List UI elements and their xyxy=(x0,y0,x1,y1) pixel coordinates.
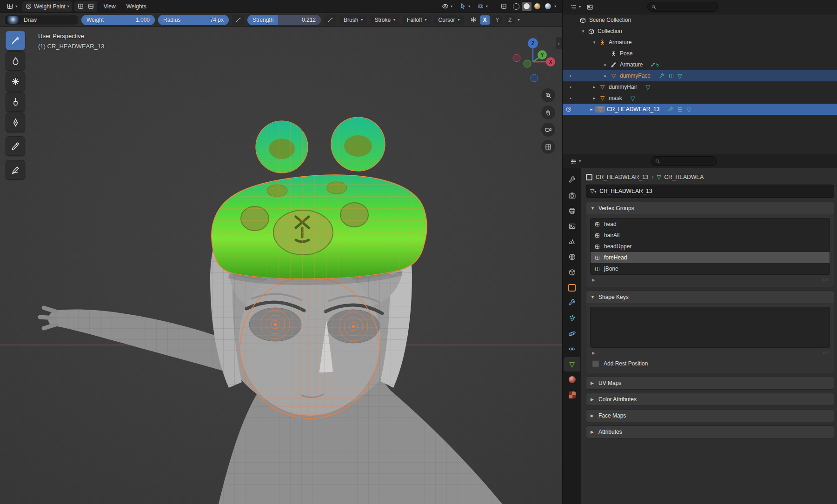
face-maps-header[interactable]: ▶ Face Maps xyxy=(586,410,834,422)
tab-modifiers[interactable] xyxy=(564,296,580,310)
tab-material[interactable] xyxy=(564,372,580,387)
radius-slider[interactable]: Radius 74 px xyxy=(158,15,229,25)
list-resize-grip[interactable]: ∷∷ xyxy=(823,350,828,356)
falloff-dropdown[interactable]: Falloff▾ xyxy=(403,15,431,25)
tool-smear[interactable] xyxy=(6,92,25,112)
3d-viewport[interactable]: User Perspective (1) CR_HEADWEAR_13 xyxy=(0,27,562,504)
expand-right-icon[interactable]: ▸ xyxy=(602,62,609,67)
list-filter-expand-icon[interactable]: ▶ xyxy=(592,278,595,282)
gizmos-toggle[interactable]: ▾ xyxy=(457,1,473,12)
expand-right-icon[interactable]: ▸ xyxy=(591,85,598,89)
shading-solid[interactable] xyxy=(522,2,531,11)
mode-select[interactable]: Weight Paint ▾ xyxy=(22,1,72,12)
vertex-group-icon[interactable] xyxy=(668,73,674,79)
camera-view-button[interactable] xyxy=(541,123,555,137)
tab-output[interactable] xyxy=(564,204,580,218)
vertex-group-item-selected[interactable]: foreHead xyxy=(591,252,830,263)
color-attributes-header[interactable]: ▶ Color Attributes xyxy=(586,393,834,405)
xray-toggle[interactable] xyxy=(498,1,510,12)
axis-x-negative[interactable] xyxy=(513,54,520,62)
outliner-row-collection[interactable]: ▾ Collection xyxy=(563,26,837,37)
data-name-field[interactable]: ▽▾ CR_HEADWEAR_13 xyxy=(586,185,834,198)
shading-rendered[interactable] xyxy=(544,2,553,11)
vertex-group-icon[interactable] xyxy=(677,106,683,113)
expand-down-icon[interactable]: ▾ xyxy=(579,29,587,33)
vertex-groups-header[interactable]: ▼ Vertex Groups xyxy=(586,202,834,214)
shape-keys-list[interactable] xyxy=(590,307,830,348)
stroke-dropdown[interactable]: Stroke▾ xyxy=(370,15,399,25)
tab-particles[interactable] xyxy=(564,311,580,325)
visibility-dropdown[interactable]: ▾ xyxy=(439,1,455,12)
pan-button[interactable] xyxy=(541,106,555,119)
editor-type-button[interactable]: ▾ xyxy=(4,1,20,12)
tab-scene[interactable] xyxy=(564,234,580,249)
mesh-data-icon[interactable]: ▽ xyxy=(678,73,682,79)
ortho-toggle-button[interactable] xyxy=(541,140,555,154)
outliner-row-scene-collection[interactable]: Scene Collection xyxy=(563,14,837,26)
strength-pressure-toggle[interactable] xyxy=(324,15,336,25)
shading-material[interactable] xyxy=(533,2,542,11)
properties-search-input[interactable] xyxy=(651,156,717,166)
zoom-button[interactable] xyxy=(541,88,555,102)
outliner-row-cr-headwear[interactable]: ▸ ▽ CR_HEADWEAR_13 ▽ xyxy=(563,104,837,115)
menu-weights[interactable]: Weights xyxy=(122,3,151,10)
expand-right-icon[interactable]: ▸ xyxy=(591,96,598,100)
tool-average[interactable] xyxy=(6,72,25,91)
axis-z-negative[interactable] xyxy=(531,74,538,82)
tool-draw[interactable] xyxy=(6,31,25,50)
add-rest-position-checkbox[interactable] xyxy=(592,360,599,367)
outliner-row-armature-data[interactable]: ▸ Armature 5 xyxy=(563,59,837,70)
list-resize-grip[interactable]: ∷∷ xyxy=(823,277,828,283)
tool-annotate[interactable] xyxy=(6,160,25,179)
attributes-header[interactable]: ▶ Attributes xyxy=(586,426,834,438)
axis-y-negative[interactable] xyxy=(524,60,531,67)
outliner-row-mask[interactable]: • ▸ ▽ mask ▽ xyxy=(563,93,837,104)
expand-right-icon[interactable]: ▸ xyxy=(588,107,595,112)
mirror-x-toggle[interactable]: X xyxy=(480,15,490,25)
vertex-group-item[interactable]: head xyxy=(591,219,830,230)
weight-slider[interactable]: Weight 1.000 xyxy=(81,15,155,25)
breadcrumb-object[interactable]: CR_HEADWEAR_13 xyxy=(596,174,648,180)
overlays-toggle[interactable]: ▾ xyxy=(474,1,491,12)
vertex-select-mask-icon[interactable] xyxy=(87,3,94,10)
uv-maps-header[interactable]: ▶ UV Maps xyxy=(586,377,834,389)
shading-dropdown[interactable]: ▾ xyxy=(554,5,556,8)
mesh-data-icon[interactable]: ▽ xyxy=(631,95,635,101)
radius-pressure-toggle[interactable] xyxy=(232,15,244,25)
properties-editor-type-button[interactable]: ▾ xyxy=(567,156,584,166)
mirror-more-dropdown[interactable]: ▾ xyxy=(518,18,520,22)
sidebar-collapse-tab[interactable]: ‹ xyxy=(556,37,562,49)
display-mode-icon[interactable] xyxy=(586,4,593,11)
shape-keys-header[interactable]: ▼ Shape Keys xyxy=(586,291,834,303)
outliner-row-dummyface[interactable]: • ▸ ▽ dummyFace ▽ xyxy=(563,70,837,81)
mirror-y-toggle[interactable]: Y xyxy=(493,15,502,25)
outliner-row-armature-object[interactable]: ▾ Armature xyxy=(563,37,837,48)
vertex-group-item[interactable]: hairAll xyxy=(591,230,830,241)
tab-view-layer[interactable] xyxy=(564,219,580,233)
tab-collection[interactable] xyxy=(564,265,580,279)
tab-physics[interactable] xyxy=(564,326,580,341)
modifier-wrench-icon[interactable] xyxy=(668,106,674,113)
tab-render[interactable] xyxy=(564,188,580,203)
shading-wireframe[interactable] xyxy=(512,2,521,11)
outliner-row-pose[interactable]: Pose xyxy=(563,48,837,59)
face-select-mask-icon[interactable] xyxy=(77,3,84,10)
menu-view[interactable]: View xyxy=(100,3,120,10)
strength-slider[interactable]: Strength 0.212 xyxy=(247,15,321,25)
browse-data-icon[interactable]: ▽▾ xyxy=(590,188,596,194)
outliner-row-dummyhair[interactable]: • ▸ ▽ dummyHair ▽ xyxy=(563,81,837,93)
tab-world[interactable] xyxy=(564,250,580,264)
navigation-gizmo[interactable]: Z Y X xyxy=(507,31,559,86)
vertex-group-item[interactable]: jBone xyxy=(591,263,830,274)
cursor-dropdown[interactable]: Cursor▾ xyxy=(434,15,464,25)
mesh-data-icon[interactable]: ▽ xyxy=(686,106,691,113)
outliner-search-input[interactable] xyxy=(647,2,718,12)
expand-down-icon[interactable]: ▾ xyxy=(591,40,598,45)
list-filter-expand-icon[interactable]: ▶ xyxy=(592,351,595,355)
tab-constraints[interactable] xyxy=(564,342,580,356)
tool-blur[interactable] xyxy=(6,51,25,71)
expand-right-icon[interactable]: ▸ xyxy=(602,73,609,78)
tab-tool[interactable] xyxy=(564,173,580,187)
tool-gradient[interactable] xyxy=(6,113,25,132)
mesh-data-icon[interactable]: ▽ xyxy=(645,84,650,90)
